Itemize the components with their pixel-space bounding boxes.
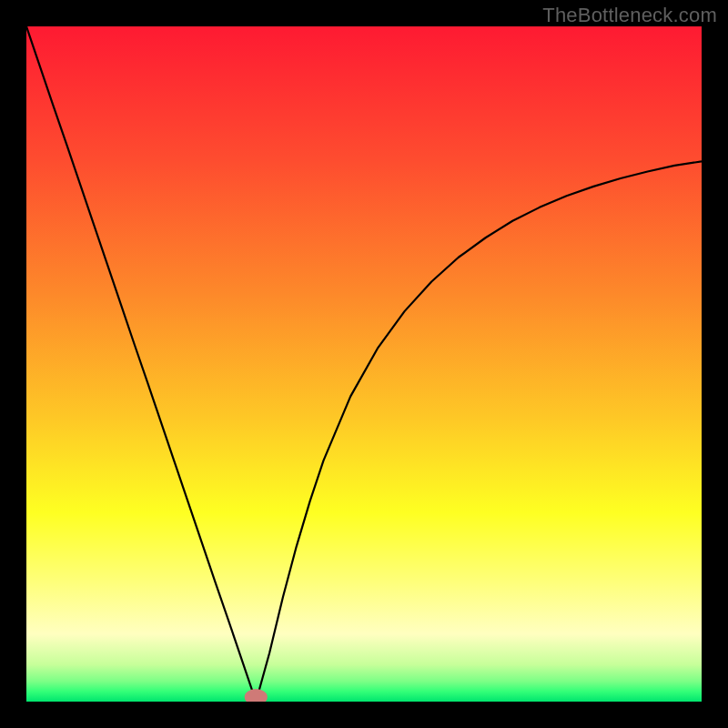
gradient-background [26, 26, 702, 702]
watermark-text: TheBottleneck.com [542, 4, 717, 27]
bottleneck-chart [26, 26, 702, 702]
chart-frame: TheBottleneck.com [0, 0, 728, 728]
